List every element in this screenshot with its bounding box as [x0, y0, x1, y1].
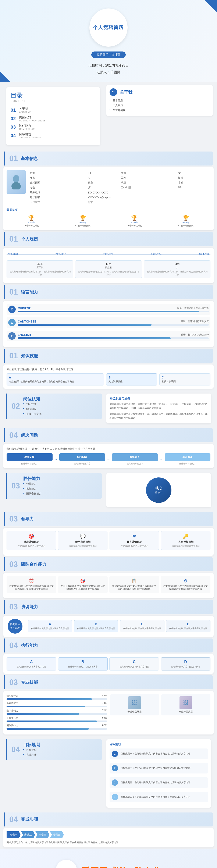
team-card-2: 🎯 在此处编辑填充文字内容在此处编辑填充文字内容在此处编辑填充文字内容 — [58, 576, 108, 593]
language-header: 01 语言能力 — [4, 285, 213, 299]
goal-big-header: 04 目标规划 目标规划 完成步骤 — [6, 739, 102, 760]
about-me-bullets: 基本信息 个人履历 荣誉与奖项 — [110, 98, 210, 113]
arrow-3: 步骤三 — [35, 831, 50, 838]
leadership-abilities: 🎯 激发共识目标 在此编辑相应的内容文字说明 💬 给予自信目标 在此编辑相应的内… — [6, 531, 211, 550]
lang-chinese-progress-fill — [18, 311, 199, 312]
exec-d: D 在此编辑知识文字内容文字内容 — [161, 657, 211, 671]
skill-teamwork: 团队协作力82% — [6, 724, 107, 730]
ability-authority: 🔑 具有授权目标 在此编辑相应的内容文字说明 — [161, 531, 211, 550]
toc-title: 目录 — [10, 92, 96, 100]
lang-chinese-progress-bg — [18, 311, 209, 312]
goal-4: 4 目标规划四：在此编辑知识文字内容文字内容在此编辑知识文字内容 — [110, 792, 208, 802]
coord-step-c: C 在此编辑知识文字内容文字内容文字内容 — [120, 620, 164, 632]
team-header: 03 团队合作能力 — [4, 557, 213, 571]
language-content: C CHINESE 汉语：普通话水平测试1级甲等 C CANTONESE 粤语：… — [3, 301, 214, 347]
ability-empathy: ❤ 具有共情目标 在此编辑相应的内容文字说明 — [110, 531, 159, 550]
coord-step-a: A 在此编辑知识文字内容文字内容文字内容 — [28, 620, 72, 632]
lang-chinese-name: CHINESE — [18, 306, 33, 310]
exec-b: B 在此编辑知识文字内容文字内容 — [58, 657, 108, 671]
work-grid: 🖼 专业作品展示 🖼 专业作品展示 — [110, 694, 211, 715]
arrow-2: 步骤二 — [21, 831, 35, 838]
toc-title-en: CONTENT — [10, 100, 96, 102]
lang-chinese-desc: 汉语：普通话水平测试1级甲等 — [177, 306, 209, 310]
thanks-section: THANKS 千图网感谢一路有你 www.sucaicai.com | 1000… — [0, 849, 217, 868]
experience-header: 01 个人履历 — [4, 232, 213, 246]
lang-english-desc: 英语：托TOEFL考试120分 — [181, 333, 209, 336]
toc-row: 目录 CONTENT 01 关于我 ABOUT ME 02 岗位认知 POSIT… — [0, 82, 217, 151]
goal-3: 3 目标规划三：在此编辑知识文字内容文字内容在此编辑知识文字内容 — [110, 777, 208, 788]
problem-flow: 察觉问题 在此编辑标题文字 → 解决问题 在此编辑标题文字 → 教给别人 在此编… — [6, 453, 211, 465]
knowledge-content: 专业的设计软件的操作使用，包含PS、AI、等相关设计软件 A 专业的设计软件的使… — [3, 365, 214, 389]
knowledge-desc: 专业的设计软件的操作使用，包含PS、AI、等相关设计软件 — [6, 368, 211, 371]
step-resolve: 真正解决 在此编辑标题文字 — [165, 453, 211, 465]
lang-cantonese-icon: C — [8, 319, 16, 327]
award-3: 🏆 2010年 XX省一等优秀奖 — [110, 215, 159, 227]
award-2: 🏆 2009年 XX省一等优秀奖 — [58, 215, 107, 227]
arrow-row: 步骤一 步骤二 步骤三 步骤四 — [6, 831, 211, 838]
knowledge-item-c: C 相关：多系列 — [159, 373, 211, 385]
team-card-4: ⚙ 在此处编辑填充文字内容在此处编辑填充文字内容在此处编辑填充文字内容 — [161, 576, 211, 593]
arrow-4: 步骤四 — [50, 831, 64, 838]
core-title: 核心 — [155, 486, 162, 491]
svg-point-0 — [13, 175, 19, 183]
step-teach: 教给别人 在此编辑标题文字 — [112, 453, 158, 465]
resume-title: 个人竞聘简历 — [93, 24, 124, 31]
step-solve: 解决问题 在此编辑标题文字 — [59, 453, 105, 465]
header-date: 汇报时间：2017年8月25日 汇报人：千图网 — [4, 62, 213, 76]
team-content: ⏰ 在此处编辑填充文字内容在此处编辑填充文字内容在此处编辑填充文字内容 🎯 在此… — [3, 573, 214, 598]
about-me-section-header: 01 关于我 基本信息 个人履历 荣誉与奖项 — [106, 85, 213, 116]
profile-photo — [6, 170, 26, 194]
work-sample-1: 🖼 专业作品展示 — [110, 694, 159, 715]
about-me-section: 01 基本信息 姓名XX 性别女 年龄27 — [2, 152, 215, 283]
ability-confidence: 💬 给予自信目标 在此编辑相应的内容文字说明 — [58, 531, 107, 550]
duties-block: 岗位职责与义务 请在此填写您的岗位职责，包括日常工作职责、管理设计，运营设计，品… — [106, 394, 211, 424]
profile-area: 姓名XX 性别女 年龄27 民族汉族 政治面貌党员 学历本科 专业设计 工作年限… — [6, 170, 211, 205]
award-4: 🏆 2011年 XX省一等优秀奖 — [161, 215, 211, 227]
lang-english-name: ENGLISH — [18, 333, 33, 337]
lang-english-icon: E — [8, 332, 16, 340]
skills-and-work: 制图设计力85% 色彩搭配力78% 数字营销力72% — [6, 694, 211, 731]
language-section: 01 语言能力 C CHINESE 汉语：普通话水平测试1级甲等 C CANTO… — [2, 285, 215, 347]
thanks-message: 千图网感谢一路有你 — [81, 863, 161, 868]
position-right-content: 岗位职责与义务 请在此填写您的岗位职责，包括日常工作职责、管理设计，运营设计，品… — [104, 390, 215, 427]
skill-design: 制图设计力85% — [6, 694, 107, 700]
arrow-1: 步骤一 — [6, 831, 21, 838]
position-section: 02 岗位认知 知识技能 解决问题 直接任务文本 岗位职责与义务 请在此填写您的… — [2, 390, 215, 468]
completion-desc: 完成步骤与方向：在此编辑知识文字内容在此编辑知识文字内容在此编辑知识文字内容在此… — [6, 840, 211, 844]
profile-info-table: 姓名XX 性别女 年龄27 民族汉族 政治面貌党员 学历本科 专业设计 工作年限… — [29, 170, 211, 205]
lang-cantonese: C CANTONESE 粤语：能流利进行正常交流 — [6, 317, 211, 328]
completion-content: 步骤一 步骤二 步骤三 步骤四 完成步骤与方向：在此编辑知识文字内容在此编辑知识… — [3, 828, 214, 848]
exp-card-3: 自由 人 在此期间做过哪些岗位的实习工作，在此期间做过哪些岗位的实习工作 — [144, 260, 211, 278]
header-title-circle: 个人竞聘简历 — [89, 8, 128, 46]
awards-section: 荣誉奖项 🏆 2008年 XX省一等优秀奖 🏆 2009年 XX省一等优秀奖 🏆… — [6, 208, 211, 227]
execution-header: 04 执行能力 — [4, 639, 213, 652]
award-1: 🏆 2008年 XX省一等优秀奖 — [6, 215, 56, 227]
goal-2: 2 目标规划二：在此编辑知识文字内容文字内容在此编辑知识文字内容 — [110, 763, 208, 774]
timeline-bar: 2006-2008 2008-2012 2009-2012 2012-2014 … — [6, 251, 211, 257]
coordination-header: 03 协调能力 — [4, 600, 213, 614]
section-01-badge: 01 — [110, 88, 117, 96]
goal-content-block: 目标规划 1 目标规划一：在此编辑知识文字内容文字内容在此编辑知识文字内容 2 … — [106, 739, 211, 808]
leadership-content: 🎯 激发共识目标 在此编辑相应的内容文字说明 💬 给予自信目标 在此编辑相应的内… — [3, 528, 214, 556]
goal-section: 04 目标规划 目标规划 完成步骤 目标规划 1 目标规划一：在此编辑知识文字内… — [2, 736, 215, 848]
goal-left: 04 目标规划 目标规划 完成步骤 — [2, 736, 104, 811]
skill-marketing: 数字营销力72% — [6, 709, 107, 715]
lang-chinese-icon: C — [8, 306, 16, 313]
about-me-title: 关于我 — [120, 89, 132, 95]
duties-desc: 请在此填写您的岗位职责，包括日常工作职责、管理设计，运营设计，品牌策划，此处填写… — [110, 402, 208, 410]
problem-solving-header: 04 解决问题 — [4, 428, 213, 442]
position-header-row: 02 岗位认知 知识技能 解决问题 直接任务文本 岗位职责与义务 请在此填写您的… — [2, 390, 215, 427]
goal-header-row: 04 目标规划 目标规划 完成步骤 目标规划 1 目标规划一：在此编辑知识文字内… — [2, 736, 215, 811]
competence-left: 03 胜任能力 领导能力 执行能力 团队合作能力 — [2, 470, 104, 510]
lang-cantonese-desc: 粤语：能流利进行正常交流 — [181, 320, 209, 323]
professional-skills-section: 03 专业技能 制图设计力85% 色彩搭配力78% — [2, 675, 215, 735]
competence-section: 03 胜任能力 领导能力 执行能力 团队合作能力 核心 竞争力 — [2, 470, 215, 674]
knowledge-header: 01 知识技能 — [4, 349, 213, 363]
exec-a: A 在此编辑知识文字内容文字内容 — [6, 657, 56, 671]
step-detect: 察觉问题 在此编辑标题文字 — [6, 453, 53, 465]
skill-bars: 制图设计力85% 色彩搭配力78% 数字营销力72% — [6, 694, 107, 731]
coordination-content: 协调能力文字说明 A 在此编辑知识文字内容文字内容文字内容 B 在此编辑知识文字… — [3, 616, 214, 637]
toc-item-2: 02 岗位认知 POSITION AWARENESS — [10, 116, 96, 122]
knowledge-item-b: B 人力资源技能 — [106, 373, 157, 385]
goal-right: 目标规划 1 目标规划一：在此编辑知识文字内容文字内容在此编辑知识文字内容 2 … — [104, 736, 215, 811]
